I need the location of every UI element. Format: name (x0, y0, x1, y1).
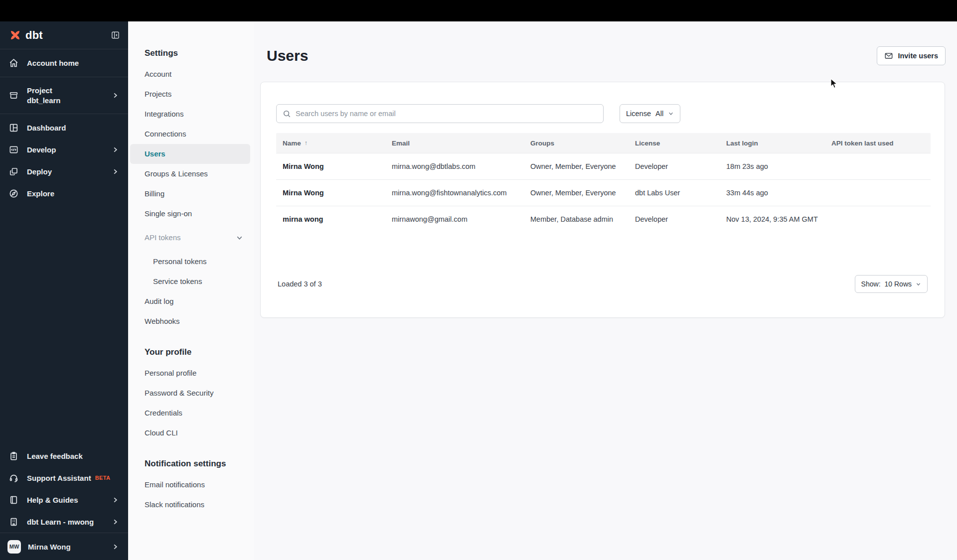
sidebar-spacer (0, 204, 128, 445)
settings-item-credentials[interactable]: Credentials (130, 403, 250, 423)
column-header-license[interactable]: License (629, 133, 720, 153)
sidebar-item-help-guides[interactable]: Help & Guides (0, 489, 128, 511)
sidebar-item-label: Develop (27, 145, 56, 154)
dbt-logo-icon (8, 28, 22, 42)
settings-heading: Settings (130, 47, 250, 59)
chevron-right-icon (112, 168, 119, 175)
table-row[interactable]: mirna wong mirnawong@gmail.com Member, D… (276, 206, 931, 232)
collapse-sidebar-icon[interactable] (111, 30, 120, 40)
sidebar-item-account-home[interactable]: Account home (0, 49, 128, 77)
search-icon (283, 110, 291, 118)
sidebar-item-dbt-learn[interactable]: dbt Learn - mwong (0, 511, 128, 533)
cell-api-token (825, 153, 931, 179)
cell-last-login: Nov 13, 2024, 9:35 AM GMT (720, 206, 825, 232)
chevron-right-icon (112, 518, 119, 526)
sidebar-item-label: Account home (27, 59, 79, 67)
settings-item-billing[interactable]: Billing (130, 184, 250, 204)
cell-email: mirnawong@gmail.com (385, 206, 524, 232)
sidebar-item-project[interactable]: Project dbt_learn (0, 77, 128, 114)
user-name: Mirna Wong (28, 543, 71, 551)
sidebar-item-support-assistant[interactable]: Support Assistant BETA (0, 467, 128, 489)
column-header-last-login[interactable]: Last login (720, 133, 825, 153)
column-header-label: Name (283, 140, 301, 147)
settings-item-groups-licenses[interactable]: Groups & Licenses (130, 164, 250, 184)
logo-row: dbt (0, 21, 128, 49)
sidebar-item-label: Dashboard (27, 124, 66, 132)
settings-item-connections[interactable]: Connections (130, 124, 250, 144)
sidebar-menu: Dashboard Develop (0, 114, 128, 204)
show-value: 10 Rows (885, 280, 912, 288)
api-tokens-label: API tokens (145, 228, 181, 248)
app-shell: dbt Account home (0, 21, 957, 560)
settings-item-service-tokens[interactable]: Service tokens (130, 272, 250, 291)
table-row[interactable]: Mirna Wong mirna.wong@fishtownanalytics.… (276, 179, 931, 206)
sidebar-item-label: dbt Learn - mwong (27, 518, 94, 526)
column-header-email[interactable]: Email (385, 133, 524, 153)
cell-last-login: 18m 23s ago (720, 153, 825, 179)
column-header-name[interactable]: Name ↑ (276, 133, 385, 153)
sidebar-item-label: Deploy (27, 167, 52, 176)
cell-email: mirna.wong@fishtownanalytics.com (385, 180, 524, 206)
invite-users-label: Invite users (898, 52, 938, 60)
invite-users-button[interactable]: Invite users (877, 46, 946, 65)
chevron-down-icon (668, 111, 674, 117)
cell-groups: Owner, Member, Everyone (524, 180, 629, 206)
settings-item-password-security[interactable]: Password & Security (130, 383, 250, 403)
settings-item-api-tokens[interactable]: API tokens (130, 228, 250, 248)
envelope-icon (884, 51, 893, 60)
settings-item-webhooks[interactable]: Webhooks (130, 311, 250, 331)
cell-license: dbt Labs User (629, 180, 720, 206)
sidebar-item-dashboard[interactable]: Dashboard (0, 117, 128, 139)
settings-item-cloud-cli[interactable]: Cloud CLI (130, 423, 250, 443)
sidebar-item-leave-feedback[interactable]: Leave feedback (0, 445, 128, 467)
settings-item-personal-profile[interactable]: Personal profile (130, 363, 250, 383)
column-header-label: Last login (726, 140, 758, 147)
notifications-heading: Notification settings (130, 458, 250, 470)
license-filter-dropdown[interactable]: License All (620, 104, 680, 123)
clipboard-icon (8, 451, 19, 461)
rows-per-page-dropdown[interactable]: Show: 10 Rows (855, 275, 928, 293)
page-title: Users (267, 47, 308, 64)
cell-license: Developer (629, 206, 720, 232)
settings-item-users[interactable]: Users (130, 144, 250, 164)
sidebar: dbt Account home (0, 21, 128, 560)
sidebar-item-deploy[interactable]: Deploy (0, 160, 128, 182)
cell-name: mirna wong (276, 206, 385, 232)
building-icon (8, 517, 19, 527)
column-header-api-token[interactable]: API token last used (825, 133, 931, 153)
search-box (276, 104, 604, 123)
deploy-icon (8, 166, 19, 177)
settings-nav: Settings Account Projects Integrations C… (128, 21, 254, 560)
filter-row: License All (276, 104, 931, 123)
license-filter-label: License (626, 110, 651, 118)
search-input[interactable] (296, 110, 597, 118)
sidebar-user-menu[interactable]: MW Mirna Wong (0, 533, 128, 560)
settings-item-slack-notifications[interactable]: Slack notifications (130, 495, 250, 515)
column-header-label: Email (392, 140, 410, 147)
cell-license: Developer (629, 153, 720, 179)
settings-item-personal-tokens[interactable]: Personal tokens (130, 252, 250, 272)
sidebar-item-label: Help & Guides (27, 496, 78, 504)
settings-item-account[interactable]: Account (130, 64, 250, 84)
settings-item-email-notifications[interactable]: Email notifications (130, 475, 250, 495)
loaded-count: Loaded 3 of 3 (278, 280, 322, 288)
settings-item-projects[interactable]: Projects (130, 84, 250, 104)
settings-item-integrations[interactable]: Integrations (130, 104, 250, 124)
column-header-groups[interactable]: Groups (524, 133, 629, 153)
main-content: Users Invite users (254, 21, 957, 560)
sidebar-item-develop[interactable]: Develop (0, 139, 128, 160)
settings-item-audit-log[interactable]: Audit log (130, 291, 250, 311)
sidebar-item-label: Leave feedback (27, 452, 83, 460)
brand-name: dbt (25, 29, 43, 42)
chevron-right-icon (112, 496, 119, 504)
users-card: License All Name ↑ Email Groups License (260, 82, 945, 318)
chevron-right-icon (112, 543, 119, 551)
settings-item-single-sign-on[interactable]: Single sign-on (130, 204, 250, 224)
table-row[interactable]: Mirna Wong mirna.wong@dbtlabs.com Owner,… (276, 153, 931, 179)
sidebar-item-explore[interactable]: Explore (0, 182, 128, 204)
project-label-group: Project dbt_learn (27, 86, 61, 106)
sidebar-item-label: Explore (27, 189, 54, 198)
chevron-right-icon (112, 146, 119, 153)
home-icon (8, 58, 19, 68)
cell-email: mirna.wong@dbtlabs.com (385, 153, 524, 179)
